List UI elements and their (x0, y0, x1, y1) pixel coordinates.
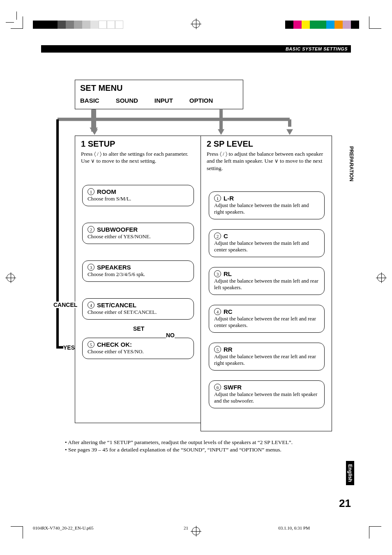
step-rr-title: RR (224, 346, 233, 353)
print-footer: 0104RX-V740_20-22_EN-U.p65 21 03.1.10, 6… (41, 525, 351, 530)
section-header-bar: BASIC SYSTEM SETTINGS (41, 45, 351, 53)
crop-mark-tl (11, 16, 23, 29)
step-subwoofer: 2SUBWOOFER Choose either of YES/NONE. (82, 223, 194, 244)
step-check-ok-title: CHECK OK: (97, 341, 132, 348)
circled-1-icon: 1 (88, 188, 95, 195)
circled-5b-icon: 5 (214, 346, 221, 353)
step-swfr: 6SWFR Adjust the balance between the mai… (209, 380, 325, 408)
setup-title: 1 SETUP (81, 139, 195, 149)
setup-desc: Press 〈 / 〉 to alter the settings for ea… (81, 150, 195, 165)
crop-mark-bl (11, 526, 23, 539)
step-room: 1ROOM Choose from S/M/L. (82, 185, 194, 206)
tab-sound: SOUND (116, 97, 138, 104)
side-tab-preparation: PREPARATION (348, 145, 354, 182)
color-bar-grayscale (33, 21, 123, 29)
flow-label-cancel: CANCEL (53, 302, 77, 308)
sp-level-title: 2 SP LEVEL (207, 139, 326, 149)
menu-flow-diagram: SET MENU BASIC SOUND INPUT OPTION 1 SETU… (41, 78, 338, 440)
footnotes: After altering the “1 SETUP” parameters,… (65, 439, 334, 454)
step-rr-desc: Adjust the balance between the rear left… (214, 354, 319, 367)
page-content: BASIC SYSTEM SETTINGS PREPARATION Englis… (41, 41, 351, 514)
svg-marker-0 (91, 129, 98, 135)
svg-marker-1 (218, 129, 224, 135)
step-lr-desc: Adjust the balance between the main left… (214, 203, 319, 216)
section-header-text: BASIC SYSTEM SETTINGS (286, 46, 348, 51)
step-c: 2C Adjust the balance between the main l… (209, 229, 325, 257)
step-lr-title: L-R (224, 195, 234, 202)
circled-2-icon: 2 (88, 226, 95, 233)
color-bar-cmyk (285, 21, 359, 29)
flow-label-yes: YES (63, 344, 75, 351)
step-rl-title: RL (224, 270, 232, 277)
step-swfr-desc: Adjust the balance between the main left… (214, 391, 319, 405)
step-swfr-title: SWFR (224, 384, 242, 391)
circled-4-icon: 4 (88, 302, 95, 309)
step-check-ok-desc: Choose either of YES/NO. (88, 349, 189, 355)
footnote-1: After altering the “1 SETUP” parameters,… (65, 439, 334, 446)
footer-file: 0104RX-V740_20-22_EN-U.p65 (33, 525, 94, 530)
step-speakers: 3SPEAKERS Choose from 2/3/4/5/6 spk. (82, 260, 194, 282)
step-c-title: C (224, 233, 228, 240)
svg-marker-2 (286, 129, 293, 135)
circled-2b-icon: 2 (214, 233, 221, 240)
tab-input: INPUT (154, 97, 173, 104)
step-set-cancel-desc: Choose either of SET/CANCEL. (88, 309, 189, 316)
sp-level-desc: Press 〈 / 〉 to adjust the balance betwee… (207, 150, 326, 172)
step-rc-title: RC (224, 308, 233, 315)
registration-mark-right (377, 274, 385, 282)
step-check-ok: 5CHECK OK: Choose either of YES/NO. (82, 338, 194, 359)
tab-option: OPTION (189, 97, 213, 104)
circled-6-icon: 6 (214, 384, 221, 391)
crop-mark-br (369, 526, 381, 539)
step-rl: 3RL Adjust the balance between the main … (209, 267, 325, 295)
set-menu-box: SET MENU BASIC SOUND INPUT OPTION (75, 80, 243, 109)
step-rc: 4RC Adjust the balance between the rear … (209, 305, 325, 333)
step-speakers-title: SPEAKERS (97, 264, 131, 271)
step-rc-desc: Adjust the balance between the rear left… (214, 316, 319, 329)
crop-mark-tr (369, 16, 381, 29)
set-menu-tabs: BASIC SOUND INPUT OPTION (80, 97, 238, 104)
step-room-desc: Choose from S/M/L. (88, 196, 189, 203)
step-room-title: ROOM (97, 188, 116, 195)
side-tab-english: English (346, 461, 354, 485)
circled-4b-icon: 4 (214, 308, 221, 315)
step-set-cancel-title: SET/CANCEL (97, 302, 136, 309)
tab-basic: BASIC (80, 97, 99, 104)
step-c-desc: Adjust the balance between the main left… (214, 240, 319, 253)
registration-mark-left (7, 274, 15, 282)
footer-page: 21 (184, 525, 188, 530)
circled-1b-icon: 1 (214, 195, 221, 202)
circled-3-icon: 3 (88, 264, 95, 271)
step-speakers-desc: Choose from 2/3/4/5/6 spk. (88, 272, 189, 278)
circled-3b-icon: 3 (214, 270, 221, 277)
step-subwoofer-title: SUBWOOFER (97, 226, 138, 233)
page-number: 21 (339, 497, 351, 510)
flow-label-set: SET (133, 325, 144, 332)
step-lr: 1L-R Adjust the balance between the main… (209, 191, 325, 219)
registration-mark-top (192, 20, 200, 28)
footer-stamp: 03.1.10, 6:31 PM (278, 525, 310, 530)
step-subwoofer-desc: Choose either of YES/NONE. (88, 234, 189, 240)
set-menu-title: SET MENU (80, 83, 238, 93)
step-set-cancel: 4SET/CANCEL Choose either of SET/CANCEL. (82, 298, 194, 320)
footnote-2: See pages 39 – 45 for a detailed explana… (65, 447, 334, 453)
flow-label-no: NO (166, 332, 175, 339)
step-rl-desc: Adjust the balance between the main left… (214, 278, 319, 291)
step-rr: 5RR Adjust the balance between the rear … (209, 343, 325, 371)
circled-5-icon: 5 (88, 341, 95, 348)
